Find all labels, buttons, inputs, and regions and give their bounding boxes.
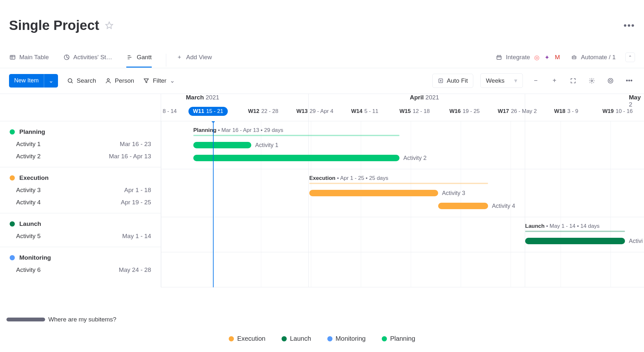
gantt-bar-label: Activity 3 bbox=[442, 190, 465, 197]
tab-label: Activities' St… bbox=[73, 54, 112, 61]
zoom-in-button[interactable]: + bbox=[549, 75, 560, 87]
week-label: W1910 - 16 bbox=[602, 108, 633, 115]
legend-item[interactable]: Execution bbox=[229, 335, 265, 342]
group-name: Monitoring bbox=[19, 254, 51, 261]
plus-icon: + bbox=[553, 77, 556, 84]
tab-label: Main Table bbox=[19, 54, 49, 61]
add-view-button[interactable]: + Add View bbox=[166, 54, 212, 67]
tab-gantt[interactable]: Gantt bbox=[126, 54, 151, 68]
group-summary-bar[interactable] bbox=[525, 231, 625, 232]
legend-item[interactable]: Planning bbox=[382, 335, 415, 342]
gantt-bar-label: Activity 4 bbox=[492, 203, 515, 209]
month-label: May 2 bbox=[625, 94, 644, 108]
group-header[interactable]: Launch bbox=[0, 218, 161, 230]
legend-dot bbox=[382, 336, 387, 341]
zoom-out-button[interactable]: − bbox=[530, 75, 542, 87]
group-summary-bar[interactable] bbox=[193, 135, 399, 136]
gantt-bar-label: Activity 1 bbox=[255, 142, 278, 149]
integrate-label: Integrate bbox=[506, 54, 530, 61]
filter-icon bbox=[143, 78, 149, 84]
granularity-select[interactable]: Weeks ▾ bbox=[480, 73, 523, 88]
search-icon bbox=[67, 78, 73, 84]
gantt-bar[interactable] bbox=[193, 155, 399, 161]
person-button[interactable]: Person bbox=[105, 77, 134, 84]
collapse-button[interactable]: ⌃ bbox=[625, 52, 635, 62]
week-label: W1222 - 28 bbox=[248, 108, 278, 115]
activity-date: Mar 16 - 23 bbox=[120, 141, 151, 148]
chevron-down-icon: ▾ bbox=[514, 77, 517, 84]
settings-button[interactable] bbox=[586, 75, 598, 87]
slack-icon: ✦ bbox=[543, 54, 551, 61]
gantt-icon bbox=[126, 54, 133, 61]
more-button[interactable]: ••• bbox=[623, 75, 635, 87]
group-name: Launch bbox=[19, 220, 41, 227]
group-header[interactable]: Execution bbox=[0, 172, 161, 184]
gantt-bar-label: Activi bbox=[629, 238, 643, 245]
autofit-button[interactable]: Auto Fit bbox=[432, 74, 473, 88]
legend-dot bbox=[229, 336, 234, 341]
gantt-bar[interactable] bbox=[438, 203, 488, 209]
person-icon bbox=[105, 78, 111, 84]
legend-dot bbox=[327, 336, 332, 341]
tab-activities[interactable]: Activities' St… bbox=[63, 54, 112, 67]
baseline-button[interactable] bbox=[605, 75, 616, 87]
new-item-button[interactable]: New Item ⌄ bbox=[9, 74, 58, 88]
activity-row[interactable]: Activity 1Mar 16 - 23 bbox=[0, 138, 161, 150]
week-label: W183 - 9 bbox=[554, 108, 578, 115]
integrate-icon bbox=[495, 54, 503, 61]
group-summary-bar[interactable] bbox=[309, 183, 488, 184]
automate-label: Automate / 1 bbox=[581, 54, 616, 61]
fullscreen-button[interactable] bbox=[567, 75, 579, 87]
minus-icon: − bbox=[534, 77, 538, 84]
group-color-dot bbox=[10, 175, 15, 181]
week-label: W1619 - 25 bbox=[449, 108, 480, 115]
svg-point-6 bbox=[68, 79, 72, 82]
week-label: W145 - 11 bbox=[351, 108, 378, 115]
star-icon[interactable] bbox=[105, 21, 113, 30]
activity-row[interactable]: Activity 2Mar 16 - Apr 13 bbox=[0, 150, 161, 162]
gantt-bar[interactable] bbox=[525, 238, 625, 244]
activity-name: Activity 4 bbox=[16, 199, 41, 206]
week-label: W1329 - Apr 4 bbox=[296, 108, 333, 115]
svg-rect-1 bbox=[10, 55, 15, 59]
activity-date: Mar 16 - Apr 13 bbox=[109, 153, 151, 160]
tab-label: Gantt bbox=[137, 54, 151, 61]
gantt-bar[interactable] bbox=[309, 190, 438, 196]
gantt-bar-label: Activity 2 bbox=[403, 155, 427, 162]
activity-row[interactable]: Activity 3Apr 1 - 18 bbox=[0, 184, 161, 196]
subitems-hint[interactable]: Where are my subitems? bbox=[6, 316, 116, 323]
gantt-bar[interactable] bbox=[193, 142, 251, 148]
legend-item[interactable]: Launch bbox=[282, 335, 311, 342]
svg-point-9 bbox=[591, 80, 593, 81]
svg-point-10 bbox=[608, 78, 613, 83]
svg-point-7 bbox=[107, 79, 110, 81]
month-label: April 2021 bbox=[406, 94, 439, 101]
group-header[interactable]: Planning bbox=[0, 126, 161, 138]
week-label: W1726 - May 2 bbox=[498, 108, 537, 115]
activity-row[interactable]: Activity 6May 24 - 28 bbox=[0, 264, 161, 276]
integrate-button[interactable]: Integrate ◎ ✦ M bbox=[495, 54, 561, 61]
activity-date: May 1 - 14 bbox=[122, 233, 151, 240]
automate-button[interactable]: Automate / 1 bbox=[571, 54, 616, 61]
app-icon: ◎ bbox=[533, 54, 540, 61]
activity-name: Activity 3 bbox=[16, 187, 41, 194]
activity-row[interactable]: Activity 5May 1 - 14 bbox=[0, 230, 161, 242]
person-label: Person bbox=[115, 77, 134, 84]
scroll-bar[interactable] bbox=[6, 318, 45, 321]
filter-button[interactable]: Filter ⌄ bbox=[143, 77, 175, 84]
week-label: W1115 - 21 bbox=[188, 107, 228, 116]
autofit-label: Auto Fit bbox=[447, 77, 468, 84]
tab-main-table[interactable]: Main Table bbox=[9, 54, 49, 67]
svg-marker-0 bbox=[106, 22, 113, 29]
autofit-icon bbox=[438, 78, 444, 84]
more-icon[interactable]: ••• bbox=[624, 20, 635, 31]
svg-point-11 bbox=[610, 79, 612, 82]
chevron-up-icon: ⌃ bbox=[628, 55, 632, 60]
search-button[interactable]: Search bbox=[67, 77, 96, 84]
activity-date: May 24 - 28 bbox=[119, 266, 151, 273]
legend-item[interactable]: Monitoring bbox=[327, 335, 366, 342]
week-label: W1512 - 18 bbox=[399, 108, 430, 115]
group-header[interactable]: Monitoring bbox=[0, 252, 161, 264]
chevron-down-icon[interactable]: ⌄ bbox=[44, 74, 58, 88]
activity-row[interactable]: Activity 4Apr 19 - 25 bbox=[0, 196, 161, 208]
